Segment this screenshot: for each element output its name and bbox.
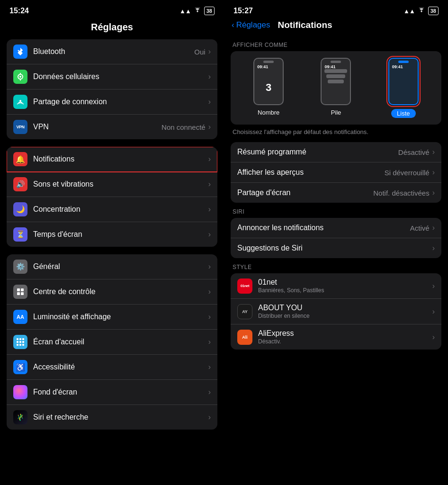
svg-rect-16 [22,344,24,346]
announce-label: Annoncer les notifications [237,224,410,232]
pile-mockup: 09:41 [321,58,351,105]
left-time: 15:24 [9,7,29,15]
app-row-01net[interactable]: 01net 01net Bannières, Sons, Pastilles › [231,273,441,299]
main-settings-section: Résumé programmé Désactivé › Afficher le… [231,142,441,203]
screentime-row[interactable]: ⏳ Temps d'écran › [7,222,217,247]
general-row[interactable]: ⚙️ Général › [7,254,217,279]
vpn-row[interactable]: VPN VPN Non connecté › [7,115,217,139]
nombre-number: 3 [266,81,271,94]
display-picker: 09:41 3 Nombre 09:41 [231,51,441,125]
left-status-icons: ▲▲ 38 [179,7,215,15]
general-label: Général [33,262,208,271]
right-wifi-icon [418,8,425,15]
concentration-row[interactable]: 🌙 Concentration › [7,197,217,222]
concentration-chevron: › [208,205,211,214]
01net-info: 01net Bannières, Sons, Pastilles [258,278,432,294]
svg-rect-9 [19,338,21,340]
battery-indicator: 38 [204,7,215,15]
hotspot-icon [13,95,27,109]
01net-name: 01net [258,278,432,287]
app-row-aliexpress[interactable]: Ali AliExpress Désactiv. › [231,324,441,350]
display-option-liste[interactable]: 09:41 Liste [388,58,419,118]
pile-notch [331,61,341,63]
wifi-icon [194,8,201,15]
signal-icon: ▲▲ [179,8,191,15]
wallpaper-label: Fond d'écran [33,388,208,396]
apercu-value: Si déverrouillé [385,169,430,177]
aboutyou-icon: AY [237,304,252,319]
homescreen-row[interactable]: Écran d'accueil › [7,330,217,355]
accessibility-row[interactable]: ♿ Accessibilité › [7,355,217,380]
brightness-icon: AA [13,310,27,324]
brightness-row[interactable]: AA Luminosité et affichage › [7,305,217,330]
vpn-value: Non connecté [161,123,206,131]
cellular-chevron: › [208,72,211,81]
resume-value: Désactivé [398,148,430,156]
bluetooth-chevron: › [208,47,211,56]
brightness-chevron: › [208,313,211,321]
suggestions-chevron: › [432,244,435,252]
display-hint: Choisissez l'affichage par défaut des no… [233,128,439,135]
bluetooth-label: Bluetooth [33,47,194,56]
hotspot-label: Partage de connexion [33,98,208,106]
apercu-row[interactable]: Afficher les aperçus Si déverrouillé › [231,162,441,183]
display-options: 09:41 3 Nombre 09:41 [237,58,435,118]
vpn-label: VPN [33,123,161,131]
right-status-icons: ▲▲ 38 [403,7,439,15]
notifications-row[interactable]: 🔔 Notifications › [7,147,217,172]
suggestions-label: Suggestions de Siri [237,244,432,252]
aboutyou-desc: Distribuer en silence [258,313,432,319]
vpn-icon: VPN [13,120,27,134]
homescreen-label: Écran d'accueil [33,338,208,346]
pile-label: Pile [331,109,341,116]
partage-row[interactable]: Partage d'écran Notif. désactivées › [231,183,441,203]
apercu-chevron: › [432,168,435,177]
brightness-label: Luminosité et affichage [33,313,208,321]
01net-icon: 01net [237,278,252,294]
svg-rect-15 [19,344,21,346]
svg-rect-11 [17,341,18,343]
siri-icon [13,410,27,424]
aboutyou-info: ABOUT YOU Distribuer en silence [258,304,432,319]
resume-chevron: › [432,148,435,156]
bluetooth-value: Oui [194,48,205,56]
sounds-icon: 🔊 [13,177,27,191]
accessibility-chevron: › [208,363,211,371]
svg-rect-13 [22,341,24,343]
wallpaper-icon [13,385,27,399]
left-page-title: Réglages [0,18,224,39]
app-row-aboutyou[interactable]: AY ABOUT YOU Distribuer en silence › [231,299,441,324]
screentime-chevron: › [208,230,211,239]
nombre-label: Nombre [258,109,279,116]
display-option-pile[interactable]: 09:41 Pile [321,58,351,118]
control-row[interactable]: Centre de contrôle › [7,279,217,305]
resume-row[interactable]: Résumé programmé Désactivé › [231,142,441,162]
svg-rect-7 [21,292,24,295]
cellular-label: Données cellulaires [33,72,208,81]
siri-section-header: SIRI [233,208,441,215]
hotspot-row[interactable]: Partage de connexion › [7,90,217,115]
wallpaper-row[interactable]: Fond d'écran › [7,380,217,405]
sounds-row[interactable]: 🔊 Sons et vibrations › [7,172,217,197]
right-page-title: Notifications [278,20,332,30]
aboutyou-chevron: › [432,307,435,316]
partage-value: Notif. désactivées [373,189,429,197]
announce-row[interactable]: Annoncer les notifications Activé › [231,218,441,238]
bluetooth-row[interactable]: Bluetooth Oui › [7,39,217,64]
suggestions-row[interactable]: Suggestions de Siri › [231,238,441,258]
pile-line-1 [324,69,347,73]
right-signal-icon: ▲▲ [403,8,415,15]
announce-value: Activé [410,224,430,232]
aboutyou-name: ABOUT YOU [258,304,432,312]
back-chevron-icon: ‹ [232,20,234,30]
cellular-row[interactable]: Données cellulaires › [7,64,217,90]
svg-rect-6 [17,292,20,295]
liste-bars [402,80,405,106]
notifications-icon: 🔔 [13,152,27,166]
sounds-chevron: › [208,180,211,189]
siri-row[interactable]: Siri et recherche › [7,405,217,430]
display-option-nombre[interactable]: 09:41 3 Nombre [253,58,284,118]
back-label: Réglages [236,20,270,30]
accessibility-label: Accessibilité [33,363,208,371]
back-button[interactable]: ‹ Réglages [232,20,270,30]
